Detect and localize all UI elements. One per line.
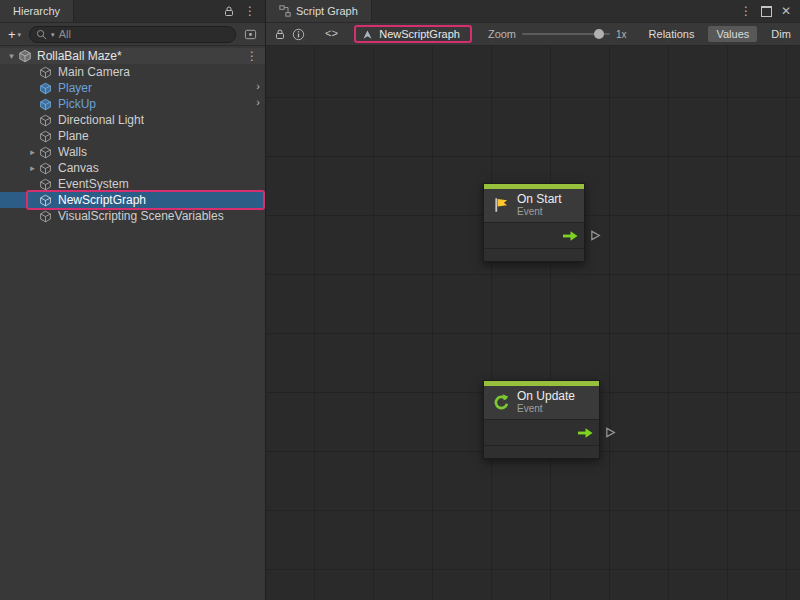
kebab-menu-icon[interactable]: ⋮ xyxy=(244,5,256,17)
node-text: On Update Event xyxy=(517,390,575,414)
script-graph-panel: Script Graph ⋮ ✕ <> NewScriptGraph xyxy=(266,0,800,600)
node-header: On Update Event xyxy=(484,386,599,420)
output-port[interactable] xyxy=(605,427,616,438)
tree-item-label: VisualScripting SceneVariables xyxy=(58,209,224,223)
code-icon[interactable]: <> xyxy=(325,28,338,40)
add-object-label: + xyxy=(8,27,16,42)
scene-name: RollaBall Maze* xyxy=(37,49,122,63)
window-actions: ⋮ ✕ xyxy=(731,0,800,22)
node-on-update[interactable]: On Update Event xyxy=(483,380,600,459)
relations-button[interactable]: Relations xyxy=(641,26,703,42)
tree-item-directional-light[interactable]: Directional Light xyxy=(0,112,265,128)
foldout-closed-icon[interactable]: ▸ xyxy=(26,148,39,157)
tree-item-label: Player xyxy=(58,81,92,95)
values-button[interactable]: Values xyxy=(708,26,757,42)
lock-icon[interactable] xyxy=(223,5,235,17)
gameobject-cube-icon xyxy=(39,177,54,191)
prefab-cube-icon xyxy=(39,97,54,111)
search-icon xyxy=(36,29,47,40)
scene-row-rollaball-maze[interactable]: ▾ RollaBall Maze* ⋮ xyxy=(0,48,265,64)
tree-item-main-camera[interactable]: Main Camera xyxy=(0,64,265,80)
graph-asset-icon xyxy=(362,29,373,40)
graph-name-label: NewScriptGraph xyxy=(379,28,460,40)
hierarchy-tab-label: Hierarchy xyxy=(13,5,60,17)
hierarchy-strip-actions: ⋮ xyxy=(214,0,265,22)
prefab-open-chevron-icon[interactable]: › xyxy=(256,81,260,92)
zoom-label: Zoom xyxy=(488,28,516,40)
graph-tab-icon xyxy=(279,5,291,17)
tree-item-label: PickUp xyxy=(58,97,96,111)
flag-icon xyxy=(491,195,511,215)
node-subtitle: Event xyxy=(517,206,562,217)
scene-kebab-icon[interactable]: ⋮ xyxy=(246,50,265,62)
flow-arrow-icon xyxy=(563,231,578,241)
prefab-cube-icon xyxy=(39,81,54,95)
hierarchy-panel: Hierarchy ⋮ + ▾ ▾ All xyxy=(0,0,266,600)
gameobject-cube-icon xyxy=(39,65,54,79)
node-subtitle: Event xyxy=(517,403,575,414)
loop-icon xyxy=(491,392,511,412)
gameobject-cube-icon xyxy=(39,145,54,159)
tree-item-pickup[interactable]: PickUp › xyxy=(0,96,265,112)
graph-name-button[interactable]: NewScriptGraph xyxy=(354,25,472,43)
tree-item-player[interactable]: Player › xyxy=(0,80,265,96)
tree-item-label: Plane xyxy=(58,129,89,143)
add-object-button[interactable]: + ▾ xyxy=(5,27,24,42)
node-flow-row xyxy=(484,420,599,446)
zoom-slider-handle[interactable] xyxy=(594,29,604,39)
zoom-slider[interactable] xyxy=(522,27,610,41)
zoom-value: 1x xyxy=(616,29,627,40)
search-text: All xyxy=(59,28,71,40)
maximize-icon[interactable] xyxy=(761,6,772,17)
gameobject-cube-icon xyxy=(39,161,54,175)
tree-item-scenevariables[interactable]: VisualScripting SceneVariables xyxy=(0,208,265,224)
node-title: On Start xyxy=(517,193,562,206)
node-footer xyxy=(484,446,599,458)
graph-tabstrip: Script Graph ⋮ ✕ xyxy=(266,0,800,23)
tree-item-label: NewScriptGraph xyxy=(58,193,146,207)
info-icon[interactable] xyxy=(292,28,305,41)
hierarchy-tabstrip: Hierarchy ⋮ xyxy=(0,0,265,23)
tree-item-plane[interactable]: Plane xyxy=(0,128,265,144)
unity-scene-icon xyxy=(18,49,33,63)
tree-item-canvas[interactable]: ▸ Canvas xyxy=(0,160,265,176)
tree-item-newscriptgraph[interactable]: NewScriptGraph xyxy=(0,192,265,208)
hierarchy-tree: ▾ RollaBall Maze* ⋮ Main Camera xyxy=(0,46,265,600)
search-filter-caret-icon: ▾ xyxy=(51,31,55,38)
prefab-open-chevron-icon[interactable]: › xyxy=(256,97,260,108)
node-footer xyxy=(484,249,584,261)
node-on-start[interactable]: On Start Event xyxy=(483,183,585,262)
flow-arrow-icon xyxy=(578,428,593,438)
hierarchy-search-input[interactable]: ▾ All xyxy=(29,26,236,43)
gameobject-cube-icon xyxy=(39,129,54,143)
gameobject-cube-icon xyxy=(39,193,54,207)
scene-picker-icon[interactable] xyxy=(241,28,260,41)
gameobject-cube-icon xyxy=(39,113,54,127)
dim-button[interactable]: Dim xyxy=(763,26,799,42)
node-flow-row xyxy=(484,223,584,249)
hierarchy-toolbar: + ▾ ▾ All xyxy=(0,23,265,46)
tab-hierarchy[interactable]: Hierarchy xyxy=(0,0,74,22)
tree-item-label: Directional Light xyxy=(58,113,144,127)
gameobject-cube-icon xyxy=(39,209,54,223)
lock-icon[interactable] xyxy=(274,28,286,40)
kebab-menu-icon[interactable]: ⋮ xyxy=(740,5,752,17)
tree-item-walls[interactable]: ▸ Walls xyxy=(0,144,265,160)
tree-item-label: Walls xyxy=(58,145,87,159)
tab-script-graph[interactable]: Script Graph xyxy=(266,0,372,22)
tree-item-label: Main Camera xyxy=(58,65,130,79)
chevron-down-icon: ▾ xyxy=(18,31,22,38)
output-port[interactable] xyxy=(590,230,601,241)
node-text: On Start Event xyxy=(517,193,562,217)
tree-item-label: EventSystem xyxy=(58,177,129,191)
unity-editor-window: Hierarchy ⋮ + ▾ ▾ All xyxy=(0,0,800,600)
close-icon[interactable]: ✕ xyxy=(781,5,791,17)
graph-toolbar: <> NewScriptGraph Zoom 1x Relations Valu… xyxy=(266,23,800,46)
node-title: On Update xyxy=(517,390,575,403)
tree-item-eventsystem[interactable]: EventSystem xyxy=(0,176,265,192)
graph-canvas[interactable]: On Start Event xyxy=(266,46,800,600)
foldout-closed-icon[interactable]: ▸ xyxy=(26,164,39,173)
tree-item-label: Canvas xyxy=(58,161,99,175)
foldout-open-icon[interactable]: ▾ xyxy=(5,52,18,61)
graph-tab-label: Script Graph xyxy=(296,5,358,17)
